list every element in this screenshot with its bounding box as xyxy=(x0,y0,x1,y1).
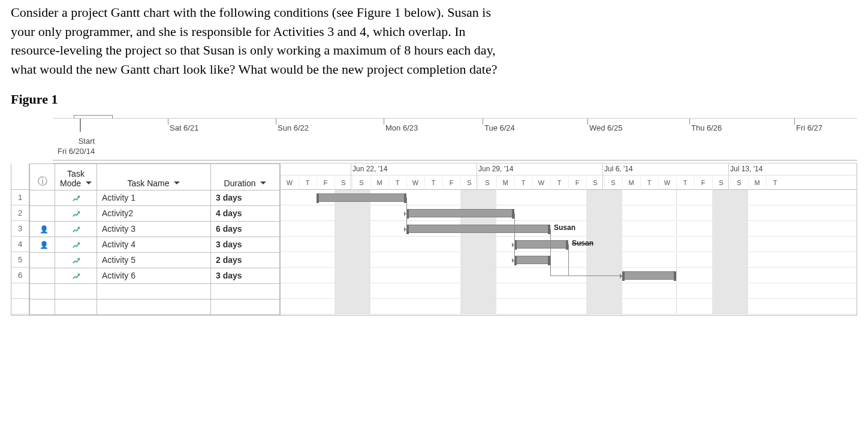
auto-schedule-icon xyxy=(72,241,80,249)
duration-cell[interactable]: 3 days xyxy=(211,237,280,252)
task-name-cell[interactable]: Activity2 xyxy=(97,205,211,221)
month-label: Jul 6, '14 xyxy=(604,165,633,173)
row-number[interactable]: 4 xyxy=(11,237,29,252)
day-letter: W xyxy=(532,175,550,190)
chart-row: Susan xyxy=(281,221,857,237)
day-letter: W xyxy=(658,175,676,190)
arrowhead-icon xyxy=(512,258,517,263)
day-letter: T xyxy=(424,175,442,190)
chart-body: SusanSusan xyxy=(281,190,857,314)
dependency-link xyxy=(514,213,515,260)
duration-cell[interactable]: 3 days xyxy=(211,190,280,205)
table-row[interactable]: Activity 63 days xyxy=(30,268,280,283)
day-letter: F xyxy=(568,175,586,190)
auto-schedule-icon xyxy=(72,225,80,234)
day-letter: T xyxy=(388,175,406,190)
day-letter: M xyxy=(496,175,514,190)
timeline-day-label: Mon 6/23 xyxy=(385,123,418,132)
day-letter: M xyxy=(370,175,388,190)
day-letter: S xyxy=(586,175,604,190)
chart-header: Jun 22, '14Jun 29, '14Jul 6, '14Jul 13, … xyxy=(281,164,857,190)
row-number[interactable]: 2 xyxy=(11,205,29,221)
col-info[interactable]: ⓘ xyxy=(30,164,55,190)
day-letter: S xyxy=(352,175,370,190)
task-name-cell[interactable]: Activity 6 xyxy=(97,268,211,283)
auto-schedule-icon xyxy=(72,272,80,280)
month-label: Jun 29, '14 xyxy=(478,165,513,173)
day-letter: S xyxy=(712,175,730,190)
gantt-bar[interactable] xyxy=(317,193,406,202)
timeline-start-label: Start Fri 6/20/14 xyxy=(58,137,95,157)
month-label: Jun 22, '14 xyxy=(352,165,387,173)
arrowhead-icon xyxy=(620,274,625,278)
table-row[interactable]: Activity24 days xyxy=(30,205,280,221)
duration-cell[interactable]: 6 days xyxy=(211,221,280,237)
task-name-cell[interactable]: Activity 1 xyxy=(97,190,211,205)
question-line-1: Consider a project Gantt chart with the … xyxy=(11,4,857,22)
table-row[interactable] xyxy=(30,283,280,299)
day-letter: W xyxy=(406,175,424,190)
row-number[interactable]: 1 xyxy=(11,190,29,205)
table-row[interactable]: Activity 13 days xyxy=(30,190,280,205)
table-row[interactable]: 👤Activity 43 days xyxy=(30,237,280,252)
day-letter: S xyxy=(730,175,748,190)
day-letter: T xyxy=(640,175,658,190)
table-row[interactable]: 👤Activity 36 days xyxy=(30,221,280,237)
day-letter: S xyxy=(478,175,496,190)
day-letter: T xyxy=(676,175,694,190)
day-letter: M xyxy=(748,175,766,190)
resource-overallocation-icon: 👤 xyxy=(40,225,46,234)
gantt-bar[interactable] xyxy=(622,271,676,280)
chart-row xyxy=(281,205,857,221)
task-name-cell[interactable]: Activity 4 xyxy=(97,237,211,252)
dependency-link xyxy=(550,276,622,276)
timeline: Start Fri 6/20/14 Sat 6/21Sun 6/22Mon 6/… xyxy=(53,118,857,164)
start-text: Start xyxy=(58,137,95,147)
row-number[interactable]: 3 xyxy=(11,221,29,237)
col-task-mode[interactable]: TaskMode xyxy=(55,164,97,190)
col-task-name[interactable]: Task Name xyxy=(97,164,211,190)
auto-schedule-icon xyxy=(72,210,80,218)
col-duration[interactable]: Duration xyxy=(211,164,280,190)
chevron-down-icon xyxy=(174,181,180,187)
gantt-area: 123456 ⓘ TaskMode Task Name Duration Act… xyxy=(11,164,857,316)
duration-cell[interactable]: 2 days xyxy=(211,252,280,268)
duration-cell[interactable]: 3 days xyxy=(211,268,280,283)
row-number[interactable]: 6 xyxy=(11,268,29,283)
auto-schedule-icon xyxy=(72,194,80,202)
gantt-bar[interactable] xyxy=(514,240,568,249)
info-icon: ⓘ xyxy=(38,176,47,186)
chevron-down-icon xyxy=(86,181,92,187)
table-row[interactable] xyxy=(30,299,280,314)
month-label: Jul 13, '14 xyxy=(730,165,762,173)
question-line-2: your only programmer, and she is respons… xyxy=(11,23,857,41)
arrowhead-icon xyxy=(404,227,409,232)
timeline-day-label: Sun 6/22 xyxy=(278,123,309,132)
day-letter: S xyxy=(334,175,352,190)
task-name-cell[interactable]: Activity 3 xyxy=(97,221,211,237)
gantt-bar[interactable] xyxy=(406,209,514,217)
table-row[interactable]: Activity 52 days xyxy=(30,252,280,268)
dependency-link xyxy=(568,244,569,276)
figure-title: Figure 1 xyxy=(11,92,857,107)
question-line-4: what would the new Gantt chart look like… xyxy=(11,60,857,78)
auto-schedule-icon xyxy=(72,256,80,265)
timeline-day-label: Tue 6/24 xyxy=(484,123,515,132)
day-letter: S xyxy=(604,175,622,190)
row-number-column: 123456 xyxy=(11,164,29,315)
chevron-down-icon xyxy=(260,181,266,187)
gantt-bar[interactable] xyxy=(406,225,550,233)
resource-overallocation-icon: 👤 xyxy=(40,241,46,249)
row-number[interactable]: 5 xyxy=(11,252,29,268)
duration-cell[interactable]: 4 days xyxy=(211,205,280,221)
day-letter: T xyxy=(766,175,784,190)
timeline-day-label: Fri 6/27 xyxy=(796,123,822,132)
task-name-cell[interactable]: Activity 5 xyxy=(97,252,211,268)
gantt-bar[interactable] xyxy=(514,256,550,264)
day-letter: F xyxy=(694,175,712,190)
dependency-link xyxy=(406,198,407,229)
day-letter: F xyxy=(317,175,334,190)
task-table: ⓘ TaskMode Task Name Duration Activity 1… xyxy=(29,164,280,315)
gantt-chart: Jun 22, '14Jun 29, '14Jul 6, '14Jul 13, … xyxy=(280,164,857,315)
day-letter: M xyxy=(622,175,640,190)
